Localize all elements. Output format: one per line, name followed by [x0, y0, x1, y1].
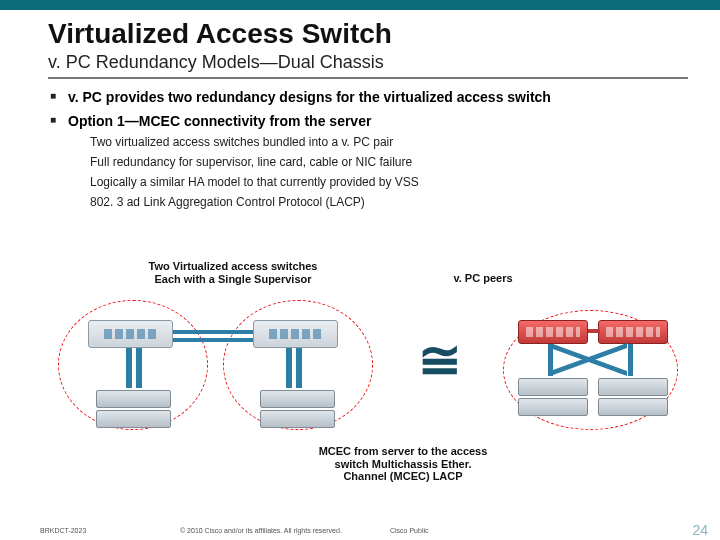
slide-title: Virtualized Access Switch: [48, 18, 698, 50]
sub-bullet: Logically a similar HA model to that cur…: [90, 175, 698, 189]
vpc-peer-icon: [598, 320, 668, 344]
approx-equal-icon: ≅: [418, 330, 462, 390]
server-icon: [260, 390, 335, 408]
link-line: [628, 344, 633, 376]
slide-content: Virtualized Access Switch v. PC Redundan…: [0, 10, 720, 520]
sub-bullet-list: Two virtualized access switches bundled …: [90, 135, 698, 209]
access-switch-icon: [253, 320, 338, 348]
slide-footer: BRKDCT-2023 © 2010 Cisco and/or its affi…: [0, 520, 720, 540]
server-icon: [96, 410, 171, 428]
access-switch-icon: [88, 320, 173, 348]
bullet-list: v. PC provides two redundancy designs fo…: [50, 89, 698, 209]
diagram-annot-right: v. PC peers: [428, 272, 538, 285]
footer-session: BRKDCT-2023: [40, 527, 86, 534]
bullet-item: Option 1—MCEC connectivity from the serv…: [50, 113, 698, 209]
bullet-item: v. PC provides two redundancy designs fo…: [50, 89, 698, 105]
sub-bullet: Two virtualized access switches bundled …: [90, 135, 698, 149]
sub-bullet: 802. 3 ad Link Aggregation Control Proto…: [90, 195, 698, 209]
link-line: [126, 348, 132, 388]
bullet-text: Option 1—MCEC connectivity from the serv…: [68, 113, 371, 129]
link-line: [136, 348, 142, 388]
sub-bullet: Full redundancy for supervisor, line car…: [90, 155, 698, 169]
server-icon: [518, 398, 588, 416]
peer-link-line: [588, 329, 600, 333]
footer-copyright: © 2010 Cisco and/or its affiliates. All …: [180, 527, 342, 534]
page-number: 24: [692, 522, 708, 538]
server-icon: [96, 390, 171, 408]
server-icon: [598, 398, 668, 416]
peer-link-line: [173, 338, 253, 342]
link-line: [296, 348, 302, 388]
peer-link-line: [173, 330, 253, 334]
footer-cisco-public: Cisco Public: [390, 527, 429, 534]
server-icon: [598, 378, 668, 396]
bullet-text: v. PC provides two redundancy designs fo…: [68, 89, 551, 105]
divider: [48, 77, 688, 79]
server-icon: [518, 378, 588, 396]
diagram: Two Virtualized access switches Each wit…: [48, 260, 688, 500]
link-line: [286, 348, 292, 388]
diagram-annot-left: Two Virtualized access switches Each wit…: [138, 260, 328, 285]
server-icon: [260, 410, 335, 428]
vpc-peer-icon: [518, 320, 588, 344]
diagram-annot-bottom: MCEC from server to the access switch Mu…: [313, 445, 493, 483]
slide-subtitle: v. PC Redundancy Models—Dual Chassis: [48, 52, 698, 73]
top-accent-bar: [0, 0, 720, 10]
